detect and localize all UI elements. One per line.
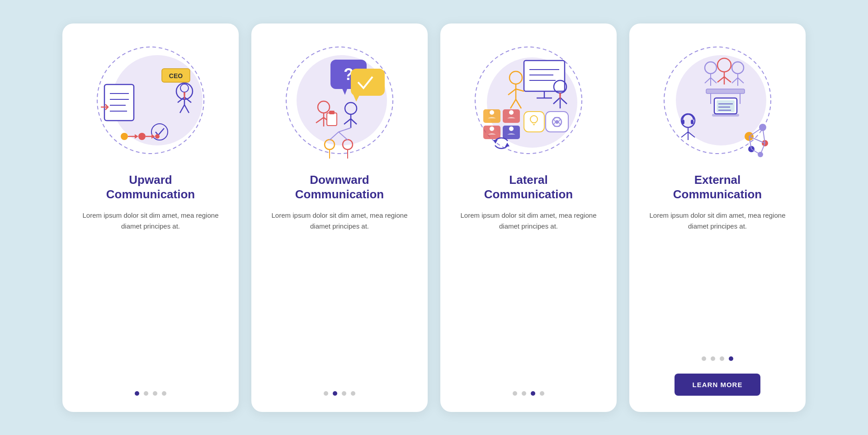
dot-2 (711, 356, 715, 361)
dot-2 (144, 391, 148, 396)
card-external: External Communication Lorem ipsum dolor… (629, 23, 806, 412)
svg-rect-37 (327, 113, 337, 126)
illustration-downward: ? (276, 37, 403, 164)
svg-rect-112 (691, 120, 693, 124)
illustration-upward: CEO (87, 37, 214, 164)
dot-1 (324, 391, 328, 396)
card-downward-title: Downward Communication (295, 173, 384, 202)
svg-point-25 (155, 134, 160, 139)
card-lateral: Lateral Communication Lorem ipsum dolor … (440, 23, 617, 412)
dot-1 (135, 391, 139, 396)
svg-rect-2 (104, 84, 134, 121)
dot-4 (540, 391, 544, 396)
dot-4 (162, 391, 166, 396)
card-upward-title: Upward Communication (106, 173, 195, 202)
svg-line-114 (681, 132, 688, 137)
dot-1 (513, 391, 517, 396)
card-upward-dots (135, 391, 166, 396)
svg-point-80 (509, 110, 514, 115)
card-external-body: Lorem ipsum dolor sit dim amet, mea regi… (642, 210, 793, 344)
cards-container: CEO (35, 5, 833, 430)
svg-rect-101 (706, 89, 745, 94)
card-downward: ? (251, 23, 428, 412)
card-upward: CEO (62, 23, 239, 412)
dot-2 (522, 391, 526, 396)
card-upward-body: Lorem ipsum dolor sit dim amet, mea regi… (75, 210, 226, 379)
svg-point-78 (490, 110, 494, 115)
dot-3 (153, 391, 157, 396)
svg-point-82 (490, 126, 494, 131)
svg-rect-106 (712, 114, 739, 117)
card-lateral-title: Lateral Communication (484, 173, 573, 202)
svg-rect-38 (329, 111, 335, 114)
dot-4 (729, 356, 733, 361)
illustration-lateral (465, 37, 592, 164)
dot-3 (720, 356, 724, 361)
illustration-external (654, 37, 781, 164)
dot-3 (531, 391, 535, 396)
learn-more-button[interactable]: LEARN MORE (675, 374, 761, 396)
svg-text:CEO: CEO (169, 72, 183, 80)
svg-point-22 (138, 133, 146, 140)
svg-rect-52 (524, 61, 565, 91)
card-downward-dots (324, 391, 355, 396)
dot-3 (342, 391, 346, 396)
card-lateral-body: Lorem ipsum dolor sit dim amet, mea regi… (453, 210, 604, 379)
dot-4 (351, 391, 355, 396)
dot-1 (702, 356, 706, 361)
card-lateral-dots (513, 391, 544, 396)
svg-point-19 (121, 133, 128, 140)
svg-rect-111 (682, 120, 684, 124)
card-external-title: External Communication (673, 173, 762, 202)
svg-point-84 (509, 126, 514, 131)
card-external-dots (702, 356, 733, 361)
svg-marker-86 (505, 143, 509, 147)
dot-2 (333, 391, 337, 396)
card-downward-body: Lorem ipsum dolor sit dim amet, mea regi… (264, 210, 415, 379)
svg-rect-73 (524, 112, 544, 132)
